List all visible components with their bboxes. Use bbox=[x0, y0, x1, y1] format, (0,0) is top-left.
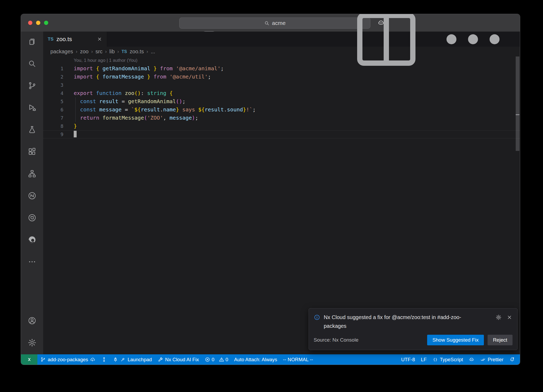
reject-button[interactable]: Reject bbox=[488, 335, 513, 345]
error-count: 0 bbox=[212, 357, 214, 363]
activity-search[interactable] bbox=[28, 59, 37, 68]
typescript-file-icon: TS bbox=[122, 49, 127, 54]
notification-settings-gear-icon[interactable] bbox=[496, 314, 502, 320]
breadcrumb-more[interactable]: ... bbox=[151, 49, 155, 55]
statusbar-auto-attach[interactable]: Auto Attach: Always bbox=[231, 354, 280, 365]
code-line-1[interactable]: 1import { getRandomAnimal } from '@acme/… bbox=[43, 64, 520, 73]
activity-run-and-debug[interactable] bbox=[28, 103, 37, 112]
activity-source-control[interactable] bbox=[28, 81, 37, 90]
debug-icon bbox=[28, 103, 37, 112]
error-icon bbox=[205, 357, 210, 362]
breadcrumb-item-lib[interactable]: lib bbox=[110, 49, 115, 55]
activity-accounts[interactable] bbox=[28, 316, 37, 325]
editor-group: TS zoo.ts packages›zoo›src›lib›TSzoo.ts›… bbox=[43, 32, 520, 354]
references-icon bbox=[28, 169, 37, 178]
breadcrumb-item-packages[interactable]: packages bbox=[50, 49, 73, 55]
statusbar-launchpad[interactable]: Launchpad bbox=[110, 354, 155, 365]
code-line-9[interactable]: 9 bbox=[43, 130, 520, 138]
line-number: 8 bbox=[43, 122, 63, 130]
line-number: 6 bbox=[43, 106, 63, 114]
statusbar-auto-attach-label: Auto Attach: Always bbox=[234, 357, 277, 363]
account-icon bbox=[28, 316, 37, 325]
code-line-5[interactable]: 5 const result = getRandomAnimal(); bbox=[43, 97, 520, 106]
code-line-4[interactable]: 4export function zoo(): string { bbox=[43, 89, 520, 97]
show-suggested-fix-button[interactable]: Show Suggested Fix bbox=[427, 335, 484, 345]
statusbar-language-mode[interactable]: {}TypeScript bbox=[430, 354, 466, 365]
code-text: const result = getRandomAnimal(); bbox=[63, 97, 186, 106]
statusbar-copilot-status[interactable] bbox=[466, 354, 477, 365]
activity-edge-tools[interactable] bbox=[28, 235, 37, 244]
notification-toast: Nx Cloud suggested a fix for @acme/zoo:t… bbox=[309, 308, 518, 350]
activity-references[interactable] bbox=[28, 169, 37, 178]
statusbar-notifications-bell[interactable] bbox=[506, 354, 518, 365]
breadcrumb-item-src[interactable]: src bbox=[95, 49, 103, 55]
tab-label: zoo.ts bbox=[56, 36, 72, 43]
code-line-6[interactable]: 6 const message = `${result.name} says $… bbox=[43, 106, 520, 114]
code-text bbox=[63, 81, 74, 89]
breadcrumb-separator: › bbox=[76, 49, 77, 54]
code-line-7[interactable]: 7 return formatMessage('ZOO', message); bbox=[43, 114, 520, 122]
line-number: 9 bbox=[43, 130, 63, 138]
scrollbar-thumb[interactable] bbox=[516, 56, 519, 151]
statusbar-formatter-label: Prettier bbox=[488, 357, 503, 363]
line-number: 1 bbox=[43, 64, 63, 73]
activity-manage-settings[interactable] bbox=[28, 338, 37, 347]
warning-icon bbox=[219, 357, 224, 362]
indent-guide bbox=[75, 97, 76, 106]
statusbar-formatter[interactable]: Prettier bbox=[477, 354, 506, 365]
statusbar-eol[interactable]: LF bbox=[418, 354, 430, 365]
activity-nx-console[interactable] bbox=[28, 191, 37, 200]
typescript-file-icon: TS bbox=[48, 37, 54, 42]
code-line-3[interactable]: 3 bbox=[43, 81, 520, 89]
tab-bar: TS zoo.ts bbox=[43, 32, 520, 47]
statusbar-problems[interactable]: 00 bbox=[202, 354, 231, 365]
statusbar-git-branch[interactable]: add-zoo-packages bbox=[37, 354, 98, 365]
edge-icon bbox=[28, 235, 37, 244]
bell-dot-icon bbox=[509, 357, 515, 362]
activity-extensions[interactable] bbox=[28, 147, 37, 156]
activity-testing[interactable] bbox=[28, 125, 37, 134]
statusbar-nx-cloud-ai-fix[interactable]: Nx Cloud AI Fix bbox=[155, 354, 202, 365]
close-tab-icon[interactable] bbox=[97, 36, 102, 42]
text-cursor bbox=[74, 131, 77, 137]
breadcrumb-separator: › bbox=[105, 49, 107, 54]
minimize-light[interactable] bbox=[36, 21, 40, 25]
activity-additional-views[interactable] bbox=[28, 257, 37, 266]
code-line-8[interactable]: 8} bbox=[43, 122, 520, 130]
rocket-icon bbox=[113, 357, 118, 362]
statusbar-vim-mode[interactable]: -- NORMAL -- bbox=[280, 354, 316, 365]
tools-icon bbox=[120, 357, 126, 362]
statusbar-nx-pipeline[interactable] bbox=[98, 354, 110, 365]
close-light[interactable] bbox=[28, 21, 32, 25]
info-icon bbox=[314, 314, 320, 321]
statusbar-encoding[interactable]: UTF-8 bbox=[398, 354, 418, 365]
notification-close-icon[interactable] bbox=[506, 314, 513, 320]
search-icon bbox=[28, 59, 37, 68]
code-text bbox=[63, 130, 77, 138]
breadcrumb-item-file[interactable]: zoo.ts bbox=[130, 49, 144, 55]
line-number: 7 bbox=[43, 114, 63, 122]
statusbar-vim-mode-label: -- NORMAL -- bbox=[283, 357, 313, 363]
line-number: 5 bbox=[43, 97, 63, 106]
nx-cloud-icon bbox=[28, 213, 37, 222]
breadcrumb-item-zoo[interactable]: zoo bbox=[80, 49, 89, 55]
code-text: import { getRandomAnimal } from '@acme/a… bbox=[63, 64, 224, 73]
status-bar: add-zoo-packagesLaunchpadNx Cloud AI Fix… bbox=[21, 354, 520, 365]
code-text: } bbox=[63, 122, 77, 130]
vscode-window: acme TS zoo.ts packages›zoo›src›lib›TSzo… bbox=[21, 14, 520, 365]
activity-explorer[interactable] bbox=[28, 37, 37, 46]
warning-count: 0 bbox=[226, 357, 228, 363]
code-line-2[interactable]: 2import { formatMessage } from '@acme/ut… bbox=[43, 73, 520, 81]
source-control-icon bbox=[28, 81, 37, 90]
statusbar-remote-indicator[interactable] bbox=[21, 354, 37, 365]
tab-zoo-ts[interactable]: TS zoo.ts bbox=[43, 32, 107, 47]
zoom-light[interactable] bbox=[44, 21, 48, 25]
blame-annotation: You, 1 hour ago | 1 author (You) bbox=[74, 56, 520, 64]
files-icon bbox=[28, 37, 37, 46]
statusbar-eol-label: LF bbox=[421, 357, 427, 363]
ellipsis-icon bbox=[28, 257, 37, 266]
notification-message: Nx Cloud suggested a fix for @acme/zoo:t… bbox=[324, 313, 483, 330]
breadcrumb-separator: › bbox=[117, 49, 119, 54]
activity-nx-cloud[interactable] bbox=[28, 213, 37, 222]
beaker-icon bbox=[28, 125, 37, 134]
